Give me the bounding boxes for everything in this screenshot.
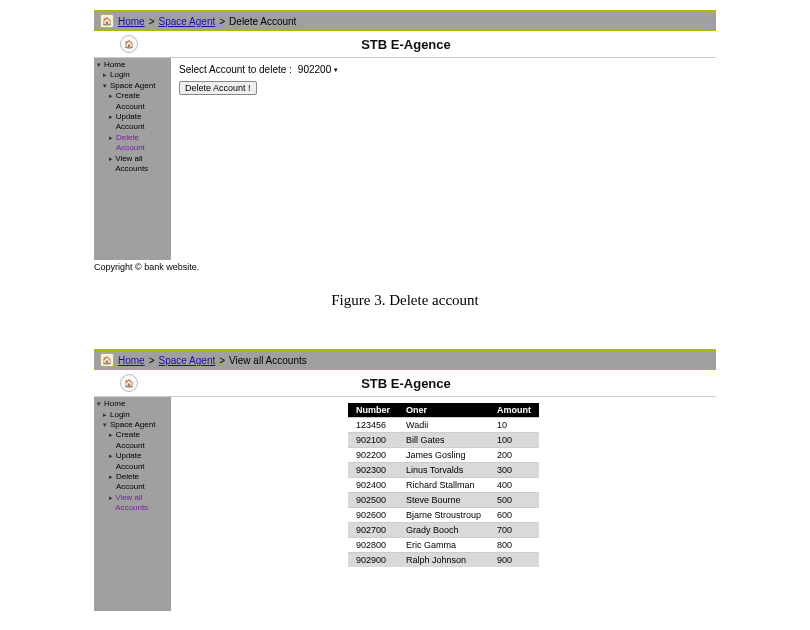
sidebar-item-create-account[interactable]: ▸Create Account (94, 430, 171, 451)
cell-owner: James Gosling (398, 448, 489, 463)
cell-number: 902600 (348, 508, 398, 523)
cell-owner: Linus Torvalds (398, 463, 489, 478)
content-area: Select Account to delete : 902200 ▾ Dele… (171, 58, 716, 260)
table-row: 902200James Gosling200 (348, 448, 539, 463)
sidebar-item-view-all[interactable]: ▸View all Accounts (94, 154, 171, 175)
sidebar-item-space-agent[interactable]: ▾Space Agent (94, 81, 171, 91)
breadcrumb-sep: > (149, 355, 155, 366)
table-row: 902800Eric Gamma800 (348, 538, 539, 553)
cell-number: 902400 (348, 478, 398, 493)
cell-amount: 700 (489, 523, 539, 538)
cell-owner: Eric Gamma (398, 538, 489, 553)
table-header-row: Number Oner Amount (348, 403, 539, 418)
sidebar-item-delete-account[interactable]: ▸Delete Account (94, 472, 171, 493)
breadcrumb-home-link[interactable]: Home (118, 16, 145, 27)
breadcrumb-current: View all Accounts (229, 355, 307, 366)
col-owner: Oner (398, 403, 489, 418)
cell-number: 902500 (348, 493, 398, 508)
sidebar-item-label: Login (110, 410, 130, 420)
account-select-value: 902200 (298, 64, 331, 75)
cell-number: 902300 (348, 463, 398, 478)
select-account-label: Select Account to delete : (179, 64, 292, 75)
sidebar-item-label: Home (104, 60, 125, 70)
table-row: 902700Grady Booch700 (348, 523, 539, 538)
breadcrumb-agent-link[interactable]: Space Agent (159, 355, 216, 366)
table-row: 902400Richard Stallman400 (348, 478, 539, 493)
col-number: Number (348, 403, 398, 418)
sidebar-item-label: Create Account (116, 91, 169, 112)
sidebar-item-space-agent[interactable]: ▾Space Agent (94, 420, 171, 430)
chevron-down-icon: ▾ (334, 66, 338, 74)
sidebar-item-login[interactable]: ▸Login (94, 70, 171, 80)
cell-amount: 800 (489, 538, 539, 553)
breadcrumb-sep: > (219, 355, 225, 366)
sidebar-item-view-all[interactable]: ▸View all Accounts (94, 493, 171, 514)
cell-number: 902200 (348, 448, 398, 463)
sidebar-item-label: Delete Account (116, 133, 169, 154)
cell-amount: 900 (489, 553, 539, 568)
cell-owner: Ralph Johnson (398, 553, 489, 568)
breadcrumb-agent-link[interactable]: Space Agent (159, 16, 216, 27)
sidebar: ▾Home ▸Login ▾Space Agent ▸Create Accoun… (94, 397, 171, 611)
home-icon: 🏠 (100, 14, 114, 28)
account-select[interactable]: 902200 ▾ (296, 64, 340, 75)
breadcrumb-current: Delete Account (229, 16, 296, 27)
breadcrumb: 🏠 Home > Space Agent > View all Accounts (94, 349, 716, 369)
cell-number: 123456 (348, 418, 398, 433)
sidebar-item-label: Update Account (116, 451, 169, 472)
sidebar-item-label: View all Accounts (115, 493, 169, 514)
col-amount: Amount (489, 403, 539, 418)
figure-caption-3: Figure 3. Delete account (0, 292, 810, 309)
sidebar-item-label: Delete Account (116, 472, 169, 493)
sidebar-item-label: View all Accounts (115, 154, 169, 175)
sidebar-item-update-account[interactable]: ▸Update Account (94, 112, 171, 133)
sidebar-item-label: Update Account (116, 112, 169, 133)
content-area: Number Oner Amount 123456Wadii10902100Bi… (171, 397, 716, 611)
cell-number: 902900 (348, 553, 398, 568)
cell-number: 902800 (348, 538, 398, 553)
sidebar-item-create-account[interactable]: ▸Create Account (94, 91, 171, 112)
sidebar-item-label: Home (104, 399, 125, 409)
table-row: 902500Steve Bourne500 (348, 493, 539, 508)
sidebar: ▾Home ▸Login ▾Space Agent ▸Create Accoun… (94, 58, 171, 260)
cell-owner: Bjarne Stroustroup (398, 508, 489, 523)
cell-number: 902100 (348, 433, 398, 448)
cell-amount: 10 (489, 418, 539, 433)
cell-owner: Steve Bourne (398, 493, 489, 508)
sidebar-item-label: Space Agent (110, 81, 155, 91)
sidebar-item-label: Space Agent (110, 420, 155, 430)
cell-owner: Wadii (398, 418, 489, 433)
sidebar-item-label: Create Account (116, 430, 169, 451)
title-row: 🏠 STB E-Agence (94, 370, 716, 397)
breadcrumb-home-link[interactable]: Home (118, 355, 145, 366)
table-row: 902100Bill Gates100 (348, 433, 539, 448)
delete-account-button[interactable]: Delete Account ! (179, 81, 257, 95)
title-row: 🏠 STB E-Agence (94, 31, 716, 58)
home-icon: 🏠 (100, 353, 114, 367)
cell-amount: 400 (489, 478, 539, 493)
page-title: STB E-Agence (96, 37, 716, 52)
sidebar-item-update-account[interactable]: ▸Update Account (94, 451, 171, 472)
table-row: 902300Linus Torvalds300 (348, 463, 539, 478)
cell-owner: Grady Booch (398, 523, 489, 538)
sidebar-item-home[interactable]: ▾Home (94, 60, 171, 70)
cell-amount: 500 (489, 493, 539, 508)
cell-owner: Bill Gates (398, 433, 489, 448)
table-row: 902900Ralph Johnson900 (348, 553, 539, 568)
cell-amount: 300 (489, 463, 539, 478)
breadcrumb: 🏠 Home > Space Agent > Delete Account (94, 10, 716, 30)
breadcrumb-sep: > (219, 16, 225, 27)
figure-delete-account: 🏠 Home > Space Agent > Delete Account 🏠 … (94, 10, 716, 272)
breadcrumb-sep: > (149, 16, 155, 27)
cell-number: 902700 (348, 523, 398, 538)
cell-amount: 100 (489, 433, 539, 448)
accounts-table: Number Oner Amount 123456Wadii10902100Bi… (348, 403, 539, 567)
table-row: 123456Wadii10 (348, 418, 539, 433)
cell-amount: 600 (489, 508, 539, 523)
sidebar-item-login[interactable]: ▸Login (94, 410, 171, 420)
sidebar-item-delete-account[interactable]: ▸Delete Account (94, 133, 171, 154)
table-row: 902600Bjarne Stroustroup600 (348, 508, 539, 523)
cell-owner: Richard Stallman (398, 478, 489, 493)
sidebar-item-home[interactable]: ▾Home (94, 399, 171, 409)
footer-text: Copyright © bank website. (94, 260, 716, 272)
